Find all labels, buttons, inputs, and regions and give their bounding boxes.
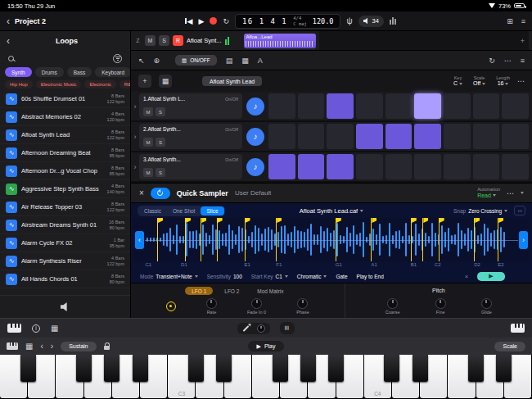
slice-marker[interactable] [498,218,498,261]
mode-classic[interactable]: Classic [138,206,167,215]
add-scene-button[interactable]: + [138,75,151,88]
scale-button[interactable]: Scale [494,342,525,351]
grid-cell[interactable] [268,93,295,119]
knob-phase[interactable]: Phase [296,298,309,315]
pointer-tool-icon[interactable]: ↖ [138,57,145,65]
list-item[interactable]: ∿Abstract Memories 024 Bars120 bpm [0,108,130,126]
pencil-icon[interactable] [243,325,250,332]
row-expand-chevron[interactable]: › [131,133,139,141]
solo-button[interactable]: S [156,107,165,116]
genre-chip[interactable]: Hip Hop [5,80,33,88]
grid-cell[interactable] [414,124,441,149]
mode-one-shot[interactable]: One Shot [167,206,201,215]
list-item[interactable]: ∿Air Release Topper 038 Bars122 bpm [0,198,130,216]
close-icon[interactable]: × [139,188,144,197]
plugin-preset[interactable]: User Default [235,189,271,197]
knob-rate[interactable]: Rate [206,298,217,315]
project-title[interactable]: Project 2 [15,17,46,25]
add-button[interactable]: + [521,37,525,45]
plugin-power-toggle[interactable] [151,188,170,199]
play-mode-button[interactable]: ▶ Play [248,341,283,351]
track-solo-button[interactable]: S [159,35,169,46]
slice-marker[interactable] [422,218,423,261]
sampler-param[interactable]: Sensitivity100 [207,274,242,279]
list-item[interactable]: ∿Aggressive Step Synth Bass4 Bars140 bpm [0,180,130,198]
solo-button[interactable]: S [156,168,165,177]
row-expand-chevron[interactable]: › [131,163,139,171]
zoom-tool-icon[interactable]: ⊕ [154,57,160,65]
list-item[interactable]: ∿Airstream Dreams Synth 0116 Bars80 bpm [0,216,130,234]
text-tool-icon[interactable]: A [258,57,263,65]
grid-cell[interactable] [444,93,471,119]
info-icon[interactable]: i [32,324,40,333]
knob-coarse[interactable]: Coarse [385,298,400,315]
octave-down-button[interactable]: ‹ [40,342,43,351]
scroll-left-button[interactable]: ‹ [135,231,144,249]
sampler-param[interactable]: Chromatic [297,274,327,279]
play-surface-icon[interactable] [511,324,525,333]
keyboard-view-icon[interactable] [7,324,21,333]
sampler-param[interactable]: ModeTransient+Note [140,274,198,279]
list-item[interactable]: ∿Alarm Cycle FX 021 Bar95 bpm [0,234,130,252]
piano-key-ds2[interactable] [20,355,36,382]
slice-marker[interactable] [245,218,246,261]
loop-play-button[interactable]: ♪ [246,128,264,146]
waveform-display[interactable]: ‹ › [133,218,530,261]
slice-marker[interactable] [185,218,186,261]
loop-play-button[interactable]: ♪ [246,97,264,116]
track-record-button[interactable]: R [173,35,183,46]
list-item[interactable]: ∿Afloat Synth Lead8 Bars122 bpm [0,126,130,144]
grid-cell[interactable] [327,124,354,149]
lcd-display[interactable]: 16 1 4 1 4/4 C maj 120.0 [235,14,341,29]
filter-chip-bass[interactable]: Bass [67,67,92,77]
track-mute-button[interactable]: M [145,35,156,46]
tab-lfo-2[interactable]: LFO 2 [218,287,246,295]
grid-cell[interactable] [268,154,295,179]
tuner-icon[interactable]: ψ [346,16,352,25]
slice-marker[interactable] [439,218,440,261]
list-item[interactable]: ∿Afternoon Dreaming Beat8 Bars85 bpm [0,144,130,162]
plugin-more-icon[interactable]: ⋯ [507,189,514,197]
cycle-button[interactable]: ↻ [223,17,229,25]
back-chevron-icon[interactable]: ‹ [7,16,10,26]
grid-cell[interactable] [298,93,325,119]
grid-cell[interactable] [356,124,383,149]
mute-button[interactable]: M [143,138,153,147]
automation-control[interactable]: Automation Read [477,187,500,198]
search-icon[interactable] [8,56,14,61]
scene-grid-icon[interactable]: ▦ [159,75,172,88]
track-name[interactable]: Afloat Synt... [187,37,222,44]
slice-action-button[interactable]: ▶ [477,272,505,281]
crossfade-icon[interactable]: × [465,274,468,279]
play-button[interactable]: ▶ [198,17,204,25]
genre-chip[interactable]: Electronic [84,80,115,88]
list-item[interactable]: ∿Afternoon Dr...g Vocal Chop8 Bars85 bpm [0,162,130,180]
scroll-right-button[interactable]: › [519,231,528,249]
grid-cell[interactable] [444,124,471,149]
grid-cell[interactable] [268,124,295,149]
genre-chip[interactable]: R&B [119,80,130,88]
knob-fine[interactable]: Fine [435,298,446,315]
piano-key-as3[interactable] [328,355,344,382]
scene-name-chip[interactable]: Afloat Synth Lead [202,76,262,86]
meters-icon[interactable] [390,17,396,25]
piano-keyboard[interactable]: C3C4 [0,355,532,399]
lock-icon[interactable] [104,346,110,350]
list-item[interactable]: ∿All Hands Chords 018 Bars80 bpm [0,270,130,288]
grid-cell[interactable] [473,154,500,179]
sampler-param[interactable]: Play to End [357,274,384,279]
mixer-view-icon[interactable]: ▦ [51,324,58,333]
audio-region[interactable]: Afloa...Lead [244,34,316,48]
piano-key-as2[interactable] [133,355,148,382]
grid-cell[interactable] [414,93,441,119]
slice-marker[interactable] [371,218,372,261]
grid-cell[interactable] [298,154,325,179]
record-button[interactable] [210,17,217,25]
slice-marker[interactable] [411,218,412,261]
piano-key-cs3[interactable] [188,355,204,382]
grid-cell[interactable] [473,124,500,149]
slice-marker[interactable] [201,218,201,261]
rewind-button[interactable]: ◀ [185,17,192,25]
tab-lfo-1[interactable]: LFO 1 [185,287,213,295]
filter-icon[interactable] [113,54,122,63]
